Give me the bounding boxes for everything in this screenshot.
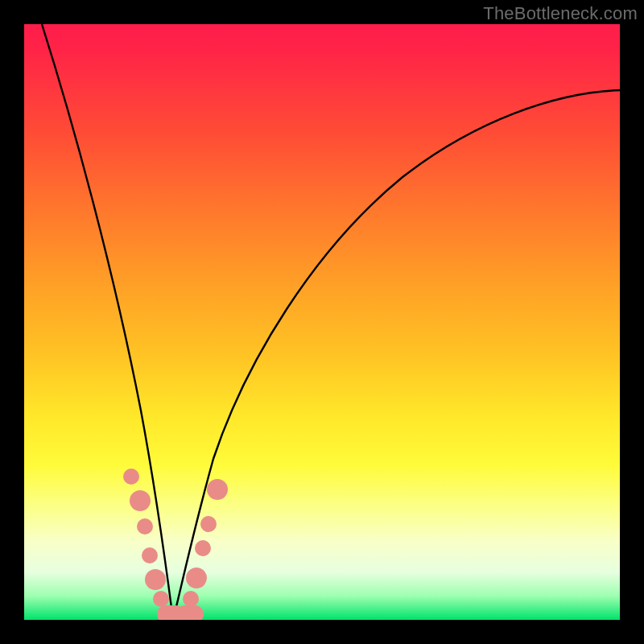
marker-dot bbox=[207, 479, 228, 500]
right-curve bbox=[173, 90, 620, 620]
marker-dot bbox=[176, 605, 204, 620]
marker-dot bbox=[183, 591, 199, 607]
marker-dot bbox=[200, 516, 217, 532]
marker-dot bbox=[186, 568, 207, 588]
marker-dot bbox=[153, 591, 169, 607]
chart-frame: TheBottleneck.com bbox=[0, 0, 644, 644]
marker-dot bbox=[137, 518, 153, 535]
left-curve bbox=[42, 24, 173, 620]
plot-area bbox=[24, 24, 620, 620]
marker-dot bbox=[195, 540, 211, 556]
marker-dot bbox=[145, 569, 166, 590]
marker-dot bbox=[130, 490, 151, 511]
watermark-text: TheBottleneck.com bbox=[483, 3, 638, 24]
marker-dot bbox=[123, 469, 139, 485]
marker-dot bbox=[142, 547, 158, 564]
bottleneck-curves bbox=[24, 24, 620, 620]
